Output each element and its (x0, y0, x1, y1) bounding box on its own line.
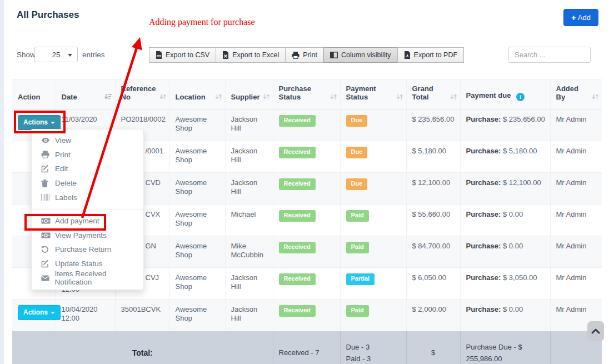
cell-added-by: Mr Admin (550, 236, 602, 268)
file-csv-icon (156, 51, 162, 59)
cell-supplier: Jackson Hill (225, 109, 273, 141)
menu-item-purchase-return[interactable]: Purchase Return (32, 242, 143, 257)
footer-payment-due-summary: Purchase Due - $ 255,986.00 (460, 331, 550, 364)
payment-status-badge: Paid (346, 210, 369, 222)
cell-grand-total: $ 2,000.00 (406, 300, 460, 331)
col-header-supplier[interactable]: Supplier (225, 79, 273, 109)
purchase-status-badge: Received (279, 147, 316, 158)
col-header-grand-total[interactable]: Grand Total (406, 79, 460, 109)
export-pdf-button[interactable]: Export to PDF (397, 47, 465, 63)
sort-icon[interactable] (450, 93, 457, 102)
menu-item-labels[interactable]: Labels (32, 190, 143, 205)
caret-down-icon (51, 122, 55, 124)
trash-icon (41, 179, 55, 187)
edit-icon (41, 164, 55, 173)
sort-icon[interactable] (159, 93, 167, 102)
eye-icon (41, 137, 55, 143)
entries-select[interactable]: 25 (34, 47, 78, 62)
cell-grand-total: $ 84,700.00 (406, 236, 460, 268)
col-header-date[interactable]: Date (56, 79, 115, 109)
footer-purchase-status-summary: Received - 7 (273, 331, 340, 364)
menu-item-edit[interactable]: Edit (32, 162, 143, 176)
footer-due-count: Due - 3 (346, 342, 401, 353)
menu-item-add-payment[interactable]: Add payment (32, 214, 143, 228)
money-icon (41, 218, 55, 224)
export-csv-button[interactable]: Export to CSV (149, 47, 216, 63)
payment-status-badge: Paid (346, 242, 369, 253)
cell-payment-due: Purchase: $ 0.00 (460, 236, 550, 268)
info-icon[interactable]: i (516, 93, 525, 101)
cell-payment-due: Purchase: $ 235,656.00 (460, 109, 550, 141)
payment-status-badge: Partial (346, 273, 375, 285)
cell-location: Awesome Shop (169, 205, 225, 236)
file-pdf-icon (404, 51, 411, 59)
actions-dropdown-button[interactable]: Actions (18, 305, 61, 320)
payment-status-badge: Due (346, 115, 368, 127)
col-header-payment-status[interactable]: Payment Status (340, 79, 406, 109)
purchase-status-badge: Received (279, 210, 316, 222)
cell-grand-total: $ 6,050.00 (406, 268, 460, 300)
undo-icon (41, 246, 55, 253)
sort-icon[interactable] (263, 93, 270, 102)
cell-payment-due: Purchase: $ 0.00 (460, 205, 550, 236)
cell-grand-total: $ 5,180.00 (406, 141, 460, 173)
export-pdf-label: Export to PDF (414, 51, 458, 59)
cell-payment-due: Purchase: $ 5,180.00 (460, 141, 550, 173)
add-button[interactable]: + Add (563, 9, 598, 26)
col-header-location[interactable]: Location (169, 79, 225, 109)
sort-icon[interactable] (592, 93, 599, 102)
chevron-up-icon (591, 328, 600, 334)
actions-dropdown-button[interactable]: Actions (18, 115, 61, 130)
print-button-label: Print (303, 51, 317, 59)
cell-location: Awesome Shop (169, 300, 225, 331)
cell-location: Awesome Shop (169, 141, 225, 173)
show-label: Show (17, 51, 36, 59)
cell-supplier: Michael (225, 205, 273, 236)
scroll-to-top-button[interactable] (587, 321, 604, 341)
export-button-group: Export to CSV Export to Excel Print Colu… (149, 47, 464, 63)
sort-icon[interactable] (396, 93, 403, 102)
column-visibility-button[interactable]: Column visibility (323, 47, 398, 63)
export-excel-label: Export to Excel (232, 51, 279, 59)
menu-item-update-status[interactable]: Update Status (32, 257, 143, 271)
cell-location: Awesome Shop (169, 173, 225, 205)
cell-added-by: Mr Admin (550, 268, 602, 300)
printer-icon (292, 52, 299, 59)
col-header-added-by[interactable]: Added By (550, 79, 602, 109)
cell-location: Awesome Shop (169, 268, 225, 300)
sort-icon[interactable] (215, 93, 222, 102)
envelope-icon (41, 275, 54, 281)
cell-supplier: Jackson Hill (225, 173, 273, 205)
menu-item-view-payments[interactable]: View Payments (32, 228, 143, 243)
export-csv-label: Export to CSV (166, 51, 209, 59)
plus-icon: + (571, 13, 576, 22)
file-excel-icon (222, 51, 229, 59)
menu-item-delete[interactable]: Delete (32, 176, 143, 191)
search-input[interactable] (508, 47, 591, 63)
caret-down-icon (51, 312, 55, 314)
cell-payment-due: Purchase: $ 0.00 (460, 300, 550, 331)
actions-dropdown-menu: View Print Edit Delete Labels Add paymen… (31, 129, 144, 290)
col-header-reference[interactable]: Reference No (115, 79, 169, 109)
barcode-icon (41, 194, 55, 201)
col-header-payment-due: Payment due i (460, 79, 550, 109)
menu-item-view[interactable]: View (32, 133, 143, 148)
cell-reference: 35001BCVK (115, 300, 169, 331)
menu-item-print[interactable]: Print (32, 148, 143, 162)
col-header-purchase-status[interactable]: Purchase Status (273, 79, 340, 109)
cell-location: Awesome Shop (169, 109, 225, 141)
cell-supplier: Jackson Hill (225, 141, 273, 173)
sort-icon[interactable] (330, 93, 337, 102)
sort-desc-icon[interactable] (104, 93, 112, 102)
page-title: All Purchases (17, 9, 79, 21)
print-button[interactable]: Print (285, 47, 324, 63)
export-excel-button[interactable]: Export to Excel (216, 47, 286, 63)
table-header-row: Action Date Reference No Location Suppli… (12, 79, 602, 109)
purchase-status-badge: Received (279, 242, 316, 253)
footer-grand-total: $ (406, 331, 460, 364)
footer-total-label: Total: (12, 331, 273, 364)
menu-item-items-received[interactable]: Items Received Notification (32, 271, 143, 285)
column-visibility-label: Column visibility (341, 51, 391, 59)
table-row: Actions 10/04/2020 12:00 35001BCVK Aweso… (12, 300, 602, 331)
entries-label: entries (82, 51, 105, 59)
